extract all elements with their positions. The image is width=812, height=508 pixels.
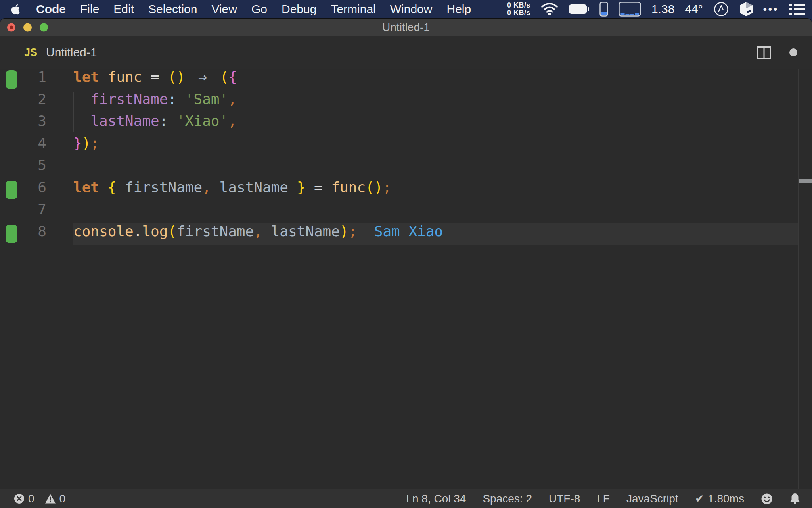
cube-icon[interactable] — [739, 2, 753, 17]
menu-item-help[interactable]: Help — [439, 0, 478, 18]
code-line-6[interactable]: 6let { firstName, lastName } = func(); — [0, 179, 812, 201]
status-bar: 0 0 Ln 8, Col 34 Spaces: 2 UTF-8 LF Java… — [0, 489, 812, 508]
overview-ruler-separator — [798, 69, 799, 489]
overview-ruler-cursor-mark — [799, 179, 812, 183]
temperature-value[interactable]: 44° — [685, 2, 703, 16]
indentation-indicator[interactable]: Spaces: 2 — [483, 493, 532, 505]
window-title: Untitled-1 — [382, 21, 430, 34]
language-mode-indicator[interactable]: JavaScript — [626, 493, 678, 505]
apple-menu[interactable] — [6, 4, 29, 15]
vscode-window: Untitled-1 JS Untitled-1 1let func = () … — [0, 18, 812, 508]
menu-items: CodeFileEditSelectionViewGoDebugTerminal… — [29, 0, 478, 18]
check-icon: ✔ — [695, 492, 704, 505]
load-average-value[interactable]: 1.38 — [651, 2, 674, 16]
title-bar[interactable]: Untitled-1 — [0, 19, 812, 36]
code-text: let { firstName, lastName } = func(); — [73, 179, 391, 201]
menu-item-view[interactable]: View — [204, 0, 244, 18]
code-line-7[interactable]: 7 — [0, 201, 812, 223]
line-number[interactable]: 6 — [0, 179, 46, 201]
battery-icon[interactable] — [569, 4, 589, 14]
tab-untitled-1[interactable]: JS Untitled-1 — [0, 36, 97, 69]
warning-icon — [45, 493, 56, 504]
code-line-5[interactable]: 5 — [0, 157, 812, 179]
menu-item-debug[interactable]: Debug — [274, 0, 324, 18]
menu-item-terminal[interactable]: Terminal — [324, 0, 383, 18]
quokka-exec-time[interactable]: ✔ 1.80ms — [695, 492, 744, 505]
code-lines: 1let func = () ⇒ ({2 firstName: 'Sam',3 … — [0, 69, 812, 245]
code-line-8[interactable]: 8console.log(firstName, lastName); Sam X… — [0, 223, 812, 245]
javascript-file-icon: JS — [24, 46, 37, 59]
notifications-bell-icon[interactable] — [789, 493, 801, 505]
minimize-button[interactable] — [23, 23, 32, 32]
encoding-indicator[interactable]: UTF-8 — [549, 493, 580, 505]
error-icon — [14, 493, 25, 504]
code-line-3[interactable]: 3 lastName: 'Xiao', — [0, 113, 812, 135]
network-speed-indicator[interactable]: 0 KB/s 0 KB/s — [507, 2, 530, 17]
code-text: lastName: 'Xiao', — [73, 113, 237, 135]
code-line-1[interactable]: 1let func = () ⇒ ({ — [0, 69, 812, 91]
menu-item-file[interactable]: File — [73, 0, 106, 18]
code-editor[interactable]: 1let func = () ⇒ ({2 firstName: 'Sam',3 … — [0, 69, 812, 489]
menu-item-edit[interactable]: Edit — [106, 0, 141, 18]
menu-item-code[interactable]: Code — [29, 0, 73, 18]
menu-bar-status: 0 KB/s 0 KB/s — [507, 0, 806, 18]
line-number[interactable]: 2 — [0, 91, 46, 113]
list-menu-icon[interactable] — [789, 3, 806, 15]
indent-guide — [73, 92, 74, 132]
line-number[interactable]: 3 — [0, 113, 46, 135]
code-line-4[interactable]: 4}); — [0, 135, 812, 157]
menu-item-selection[interactable]: Selection — [141, 0, 204, 18]
menu-item-go[interactable]: Go — [244, 0, 274, 18]
cursor-position-indicator[interactable]: Ln 8, Col 34 — [406, 493, 466, 505]
tab-bar: JS Untitled-1 — [0, 36, 812, 69]
tab-actions — [757, 46, 797, 59]
eol-indicator[interactable]: LF — [597, 493, 610, 505]
line-number[interactable]: 5 — [0, 157, 46, 179]
tab-label: Untitled-1 — [46, 46, 97, 59]
line-number[interactable]: 8 — [0, 223, 46, 245]
cpu-history-icon[interactable] — [619, 2, 641, 17]
code-text: }); — [73, 135, 99, 157]
compass-icon[interactable] — [713, 1, 729, 17]
problems-indicator[interactable]: 0 0 — [14, 493, 65, 505]
menu-bar: CodeFileEditSelectionViewGoDebugTerminal… — [0, 0, 812, 18]
code-line-2[interactable]: 2 firstName: 'Sam', — [0, 91, 812, 113]
code-text: firstName: 'Sam', — [73, 91, 237, 113]
feedback-smiley-icon[interactable] — [761, 493, 773, 505]
unsaved-changes-dot[interactable] — [789, 48, 797, 56]
warning-count: 0 — [59, 493, 66, 505]
split-editor-icon[interactable] — [757, 46, 771, 59]
code-text: console.log(firstName, lastName); Sam Xi… — [73, 223, 443, 245]
quokka-inline-output: Sam Xiao — [374, 223, 443, 239]
error-count: 0 — [28, 493, 34, 505]
traffic-lights — [7, 23, 48, 32]
line-number[interactable]: 7 — [0, 201, 46, 223]
menu-item-window[interactable]: Window — [383, 0, 440, 18]
ellipsis-icon[interactable]: ••• — [763, 3, 779, 15]
memory-gauge-icon[interactable] — [599, 2, 608, 17]
wifi-icon[interactable] — [541, 2, 558, 16]
menu-bar-left: CodeFileEditSelectionViewGoDebugTerminal… — [6, 0, 478, 18]
close-button[interactable] — [7, 23, 15, 32]
desktop: { "menu_bar": { "items": ["Code", "File"… — [0, 0, 812, 508]
net-up: 0 KB/s — [507, 2, 530, 9]
maximize-button[interactable] — [40, 23, 48, 32]
net-down: 0 KB/s — [507, 9, 530, 17]
line-number[interactable]: 1 — [0, 69, 46, 91]
line-number[interactable]: 4 — [0, 135, 46, 157]
code-text: let func = () ⇒ ({ — [73, 69, 237, 91]
apple-icon — [11, 4, 20, 15]
